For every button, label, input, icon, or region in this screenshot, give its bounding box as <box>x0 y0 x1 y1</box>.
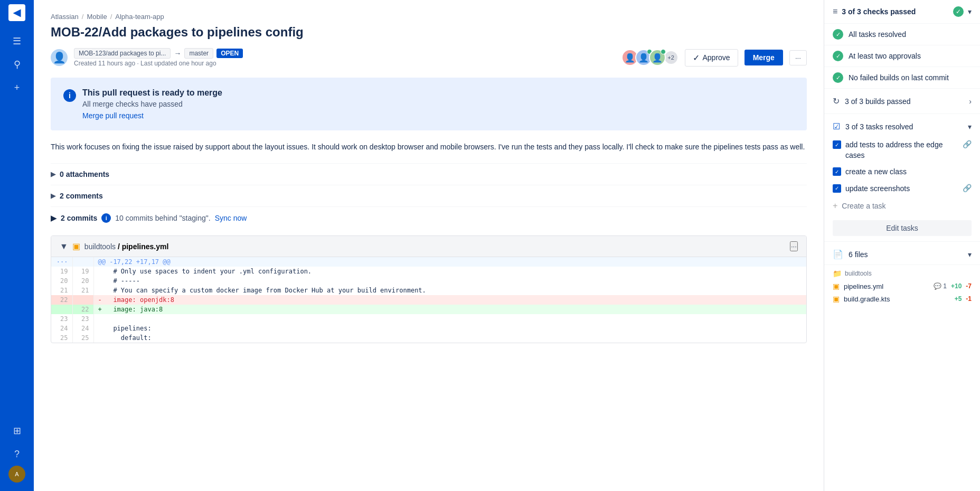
hunk-line-num-r <box>72 257 93 267</box>
comments-chevron: ▶ <box>51 192 55 200</box>
right-sidebar: ≡ 3 of 3 checks passed ✓ ▾ ✓ All tasks r… <box>824 0 980 491</box>
banner-subtitle: All merge checks have passed <box>82 100 222 108</box>
diff-collapse-button[interactable]: ▼ <box>60 242 68 251</box>
merge-button[interactable]: Merge <box>745 50 783 65</box>
branch-from[interactable]: MOB-123/add packages to pi... <box>74 48 171 59</box>
folder-icon: 📁 <box>833 269 842 278</box>
task-checkbox-2[interactable]: ✓ <box>833 184 841 193</box>
info-icon: i <box>63 89 76 102</box>
checks-status-icon: ✓ <box>953 6 964 17</box>
builds-refresh-icon: ↻ <box>833 96 840 106</box>
files-chevron[interactable]: ▾ <box>968 250 972 259</box>
checks-chevron[interactable]: ▾ <box>968 7 972 16</box>
file-row-pipelines-add: +10 <box>951 282 962 290</box>
files-count: 6 files <box>849 250 868 259</box>
file-row-pipelines-comment: 💬 1 <box>934 282 947 290</box>
merge-pull-request-link[interactable]: Merge pull request <box>82 111 144 120</box>
pr-status-badge: OPEN <box>216 49 243 58</box>
comment-bubble-icon: 💬 <box>934 282 941 290</box>
diff-line-del-22: 22 - image: openjdk:8 <box>51 295 806 305</box>
check-item-approvals: ✓ At least two approvals <box>824 45 980 67</box>
attachments-chevron: ▶ <box>51 171 55 178</box>
commits-behind-text: 10 commits behind "staging". <box>115 214 210 222</box>
task-label-2: update screenshots <box>845 184 958 194</box>
check-tasks-icon: ✓ <box>833 29 843 40</box>
diff-filepath: buildtools / pipelines.yml <box>84 242 169 251</box>
files-icon: 📄 <box>833 249 843 259</box>
reviewer-plus-count: +2 <box>664 50 679 65</box>
breadcrumb-alpha[interactable]: Alpha-team-app <box>115 13 164 21</box>
file-row-gradle-del: -1 <box>966 295 972 303</box>
commits-chevron: ▶ <box>51 214 56 222</box>
pr-dates: Created 11 hours ago · Last updated one … <box>74 60 615 67</box>
ready-to-merge-banner: i This pull request is ready to merge Al… <box>51 78 807 130</box>
tasks-header[interactable]: ☑ 3 of 3 tasks resolved ▾ <box>824 114 980 137</box>
sync-now-link[interactable]: Sync now <box>215 214 247 222</box>
comments-label: 2 comments <box>60 192 103 200</box>
attachments-row[interactable]: ▶ 0 attachments <box>51 163 807 185</box>
more-options-button[interactable]: ··· <box>789 50 807 65</box>
task-checkbox-0[interactable]: ✓ <box>833 140 841 149</box>
task-checkbox-1[interactable]: ✓ <box>833 167 841 176</box>
comments-row[interactable]: ▶ 2 comments <box>51 185 807 206</box>
user-avatar[interactable]: A <box>8 466 25 483</box>
check-approvals-icon: ✓ <box>833 51 843 61</box>
author-avatar: 👤 <box>51 49 68 66</box>
edit-tasks-button[interactable]: Edit tasks <box>833 220 972 236</box>
task-item-0: ✓ add tests to address the edge cases 🔗 <box>824 137 980 164</box>
files-header[interactable]: 📄 6 files ▾ <box>824 242 980 265</box>
checks-summary: 3 of 3 checks passed <box>842 7 916 16</box>
task-item-1: ✓ create a new class <box>824 164 980 181</box>
banner-title: This pull request is ready to merge <box>82 88 222 98</box>
file-group-buildtools: 📁 buildtools ▣ pipelines.yml 💬 1 +10 -7 … <box>824 265 980 307</box>
hunk-line-num-l: ··· <box>51 257 72 267</box>
tasks-checkbox-icon: ☑ <box>833 121 840 131</box>
check-approvals-label: At least two approvals <box>849 52 921 60</box>
commits-row[interactable]: ▶ 2 commits i 10 commits behind "staging… <box>51 206 807 229</box>
hamburger-icon[interactable]: ☰ <box>6 31 27 52</box>
create-task-row[interactable]: + Create a task <box>824 197 980 215</box>
branch-to[interactable]: master <box>184 48 213 59</box>
file-row-gradle-add: +5 <box>955 295 962 303</box>
breadcrumb-mobile[interactable]: Mobile <box>87 13 107 21</box>
diff-line-25: 25 25 default: <box>51 333 806 343</box>
files-section: 📄 6 files ▾ 📁 buildtools ▣ pipelines.yml… <box>824 242 980 311</box>
diff-line-21-l: 21 21 # You can specify a custom docker … <box>51 286 806 295</box>
check-item-tasks: ✓ All tasks resolved <box>824 24 980 45</box>
help-icon[interactable]: ? <box>6 443 27 465</box>
commits-label: 2 commits <box>61 214 97 222</box>
search-icon[interactable]: ⚲ <box>6 54 27 75</box>
approve-check-icon: ✓ <box>693 53 700 63</box>
builds-summary: 3 of 3 builds passed <box>845 97 911 106</box>
approve-button[interactable]: ✓ Approve <box>685 49 738 67</box>
builds-section-row[interactable]: ↻ 3 of 3 builds passed › <box>824 89 980 114</box>
left-sidebar: ◀ ☰ ⚲ + ⊞ ? A <box>0 0 34 491</box>
reviewer-avatars: 👤 👤 👤 +2 <box>621 49 679 66</box>
create-icon[interactable]: + <box>6 77 27 98</box>
page-title: MOB-22/Add packages to pipelines config <box>51 25 807 40</box>
file-row-pipelines-icon: ▣ <box>833 282 840 290</box>
check-item-builds: ✓ No failed builds on last commit <box>824 67 980 89</box>
pr-meta-row: 👤 MOB-123/add packages to pi... → master… <box>51 48 807 67</box>
task-label-0: add tests to address the edge cases <box>845 140 958 160</box>
pr-description: This work focuses on fixing the issue ra… <box>51 141 807 153</box>
branch-arrow: → <box>174 49 181 58</box>
tasks-chevron[interactable]: ▾ <box>968 122 972 131</box>
diff-more-button[interactable]: ··· <box>790 241 798 251</box>
diff-file-icon: ▣ <box>72 241 80 251</box>
diff-line-24: 24 24 pipelines: <box>51 324 806 333</box>
task-link-icon-0[interactable]: 🔗 <box>963 140 972 148</box>
checks-header[interactable]: ≡ 3 of 3 checks passed ✓ ▾ <box>824 0 980 24</box>
diff-line-add-22: 22 + image: java:8 <box>51 305 806 314</box>
file-row-gradle[interactable]: ▣ build.gradle.kts +5 -1 <box>833 292 972 305</box>
breadcrumb-sep-1: / <box>82 13 84 21</box>
grid-icon[interactable]: ⊞ <box>6 420 27 441</box>
task-link-icon-2[interactable]: 🔗 <box>963 184 972 192</box>
logo[interactable]: ◀ <box>8 4 25 21</box>
tasks-summary: 3 of 3 tasks resolved <box>845 122 913 131</box>
file-row-pipelines[interactable]: ▣ pipelines.yml 💬 1 +10 -7 <box>833 280 972 292</box>
file-row-pipelines-del: -7 <box>966 282 972 290</box>
builds-chevron[interactable]: › <box>969 97 972 106</box>
breadcrumb-atlassian[interactable]: Atlassian <box>51 13 79 21</box>
diff-table: ··· @@ -17,22 +17,17 @@ 19 19 # Only use… <box>51 257 806 343</box>
